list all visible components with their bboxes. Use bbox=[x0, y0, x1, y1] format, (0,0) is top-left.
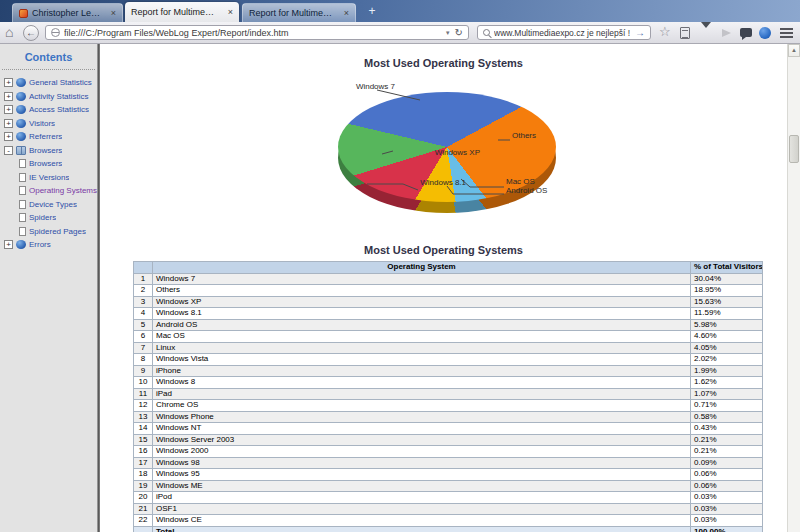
expand-icon[interactable]: + bbox=[4, 132, 13, 141]
tab-title: Christopher Lee – Multimedia... bbox=[32, 8, 103, 18]
sidebar-item-referrers[interactable]: + Referrers bbox=[0, 130, 97, 144]
row-os: iPod bbox=[153, 492, 691, 504]
chat-bubble-icon[interactable] bbox=[740, 28, 752, 37]
row-rank: 16 bbox=[134, 446, 153, 458]
tab-close-icon[interactable]: × bbox=[107, 8, 116, 18]
tab-close-icon[interactable]: × bbox=[224, 7, 233, 17]
reload-icon[interactable]: ↻ bbox=[455, 27, 463, 38]
sidebar-item-general-statistics[interactable]: + General Statistics bbox=[0, 76, 97, 90]
home-icon[interactable]: ⌂ bbox=[5, 24, 13, 40]
stats-icon bbox=[16, 78, 26, 87]
row-pct: 2.02% bbox=[691, 354, 763, 366]
contents-tree: + General Statistics + Activity Statisti… bbox=[0, 70, 97, 252]
pie-chart: Windows 7 Others Mac OS Android OS Windo… bbox=[100, 69, 787, 234]
table-row: 17 Windows 98 0.09% bbox=[134, 457, 763, 469]
row-pct: 30.04% bbox=[691, 273, 763, 285]
row-os: Android OS bbox=[153, 319, 691, 331]
row-pct: 0.21% bbox=[691, 446, 763, 458]
bookmarks-panel-icon[interactable] bbox=[680, 27, 690, 39]
expand-icon[interactable]: + bbox=[4, 119, 13, 128]
table-total-row: Total 100.00% bbox=[134, 526, 763, 532]
row-pct: 0.03% bbox=[691, 503, 763, 515]
scrollbar-thumb[interactable] bbox=[789, 135, 799, 163]
expand-icon[interactable]: + bbox=[4, 92, 13, 101]
page-icon bbox=[19, 159, 26, 168]
table-row: 9 iPhone 1.99% bbox=[134, 365, 763, 377]
tab-report-2[interactable]: Report for Multimediaexpo.cz : 7... × bbox=[242, 3, 356, 22]
bookmark-star-icon[interactable]: ☆ bbox=[659, 24, 671, 39]
table-row: 21 OSF1 0.03% bbox=[134, 503, 763, 515]
row-rank: 6 bbox=[134, 331, 153, 343]
page-icon bbox=[19, 186, 26, 195]
expand-icon[interactable]: + bbox=[4, 78, 13, 87]
table-row: 5 Android OS 5.98% bbox=[134, 319, 763, 331]
tab-close-icon[interactable]: × bbox=[340, 8, 349, 18]
row-rank: 14 bbox=[134, 423, 153, 435]
sidebar-item-spiders[interactable]: Spiders bbox=[0, 211, 97, 225]
row-os: OSF1 bbox=[153, 503, 691, 515]
header-os: Operating System bbox=[153, 262, 691, 274]
chevron-down-icon[interactable]: ▼ bbox=[445, 30, 451, 36]
sidebar-item-browsers[interactable]: Browsers bbox=[0, 157, 97, 171]
row-rank: 3 bbox=[134, 296, 153, 308]
back-icon[interactable]: ← bbox=[23, 25, 39, 41]
row-os: Windows 7 bbox=[153, 273, 691, 285]
stats-icon bbox=[16, 132, 26, 141]
row-pct: 1.99% bbox=[691, 365, 763, 377]
row-pct: 0.03% bbox=[691, 492, 763, 504]
sidebar-item-visitors[interactable]: + Visitors bbox=[0, 117, 97, 131]
sidebar-item-activity-statistics[interactable]: + Activity Statistics bbox=[0, 90, 97, 104]
sidebar-item-errors[interactable]: + Errors bbox=[0, 238, 97, 252]
expand-icon[interactable]: + bbox=[4, 240, 13, 249]
sidebar-item-device-types[interactable]: Device Types bbox=[0, 198, 97, 212]
table-row: 2 Others 18.95% bbox=[134, 285, 763, 297]
row-os: iPhone bbox=[153, 365, 691, 377]
row-pct: 0.09% bbox=[691, 457, 763, 469]
row-rank: 18 bbox=[134, 469, 153, 481]
sidebar-item-browsers-group[interactable]: - Browsers bbox=[0, 144, 97, 158]
row-os: Mac OS bbox=[153, 331, 691, 343]
tab-title: Report for Multimediaexpo.cz : 7... bbox=[249, 8, 335, 18]
row-rank: 19 bbox=[134, 480, 153, 492]
contents-sidebar: Contents + General Statistics + Activity… bbox=[0, 44, 97, 532]
row-os: Chrome OS bbox=[153, 400, 691, 412]
chart-title: Most Used Operating Systems bbox=[100, 57, 787, 69]
row-pct: 0.03% bbox=[691, 515, 763, 527]
navigation-bar: ⌂ ← file:///C:/Program Files/WebLog Expe… bbox=[0, 22, 800, 44]
new-tab-button[interactable]: + bbox=[363, 4, 381, 19]
row-pct: 4.05% bbox=[691, 342, 763, 354]
url-bar[interactable]: file:///C:/Program Files/WebLog Expert/R… bbox=[45, 25, 469, 40]
sidebar-item-access-statistics[interactable]: + Access Statistics bbox=[0, 103, 97, 117]
page-icon bbox=[19, 200, 26, 209]
row-pct: 15.63% bbox=[691, 296, 763, 308]
table-row: 16 Windows 2000 0.21% bbox=[134, 446, 763, 458]
book-icon bbox=[16, 146, 26, 155]
expand-icon[interactable]: + bbox=[4, 105, 13, 114]
addon-icon[interactable] bbox=[759, 27, 771, 39]
sidebar-item-ie-versions[interactable]: IE Versions bbox=[0, 171, 97, 185]
row-rank: 17 bbox=[134, 457, 153, 469]
table-row: 11 iPad 1.07% bbox=[134, 388, 763, 400]
send-icon[interactable] bbox=[722, 29, 731, 37]
search-input[interactable]: www.Multimediaexpo.cz je nejlepší ! → bbox=[477, 25, 651, 40]
sidebar-item-spidered-pages[interactable]: Spidered Pages bbox=[0, 225, 97, 239]
globe-icon bbox=[51, 28, 60, 37]
row-rank: 2 bbox=[134, 285, 153, 297]
table-row: 19 Windows ME 0.06% bbox=[134, 480, 763, 492]
table-row: 22 Windows CE 0.03% bbox=[134, 515, 763, 527]
scrollbar-up-icon[interactable]: ▲ bbox=[788, 44, 800, 57]
table-row: 18 Windows 95 0.06% bbox=[134, 469, 763, 481]
search-icon bbox=[483, 29, 490, 36]
collapse-icon[interactable]: - bbox=[4, 146, 13, 155]
tab-christopher-lee[interactable]: Christopher Lee – Multimedia... × bbox=[12, 3, 123, 22]
row-rank: 12 bbox=[134, 400, 153, 412]
table-row: 15 Windows Server 2003 0.21% bbox=[134, 434, 763, 446]
stats-icon bbox=[16, 119, 26, 128]
sidebar-item-operating-systems[interactable]: Operating Systems bbox=[0, 184, 97, 198]
menu-icon[interactable] bbox=[780, 28, 793, 40]
tab-report-active[interactable]: Report for Multimediaexpo.cz : 7... × bbox=[125, 2, 239, 22]
row-rank: 8 bbox=[134, 354, 153, 366]
go-arrow-icon[interactable]: → bbox=[635, 27, 645, 38]
pie-label-windows7: Windows 7 bbox=[356, 82, 395, 91]
vertical-scrollbar[interactable]: ▲ bbox=[787, 44, 800, 532]
